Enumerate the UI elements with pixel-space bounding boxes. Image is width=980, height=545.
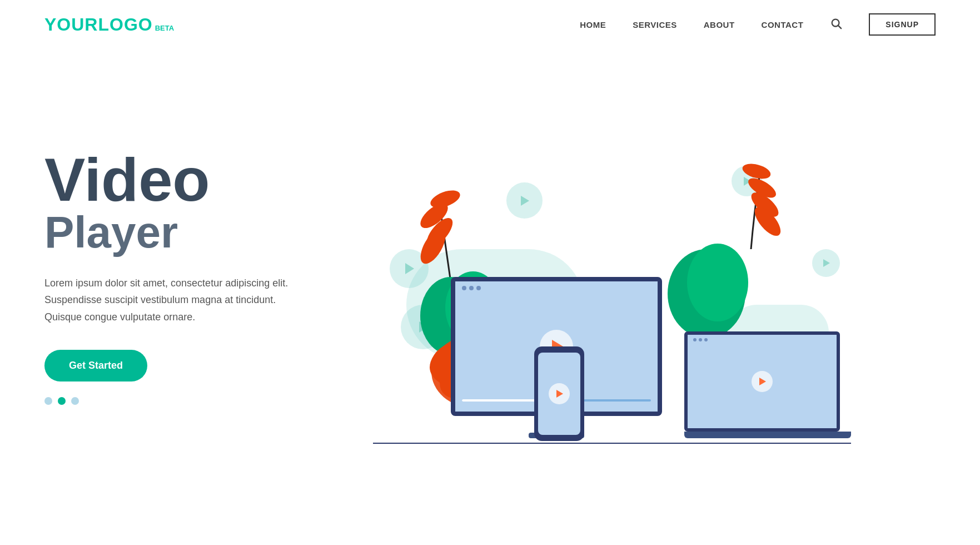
leaf-green-right xyxy=(662,232,751,344)
phone-play-triangle xyxy=(556,390,563,398)
play-bubble-5 xyxy=(812,249,840,277)
nav-home[interactable]: HOME xyxy=(580,20,606,29)
hero-title-video: Video xyxy=(44,149,288,210)
hero-desc-line1: Lorem ipsum dolor sit amet, consectetur … xyxy=(44,278,288,289)
laptop-play-triangle xyxy=(759,378,766,385)
hero-description: Lorem ipsum dolor sit amet, consectetur … xyxy=(44,275,288,326)
monitor-dots xyxy=(462,286,481,290)
laptop-base xyxy=(684,432,851,438)
nav-contact[interactable]: CONTACT xyxy=(762,20,804,29)
search-icon[interactable] xyxy=(830,17,842,32)
hero-illustration xyxy=(288,82,936,472)
dot-3[interactable] xyxy=(71,397,79,405)
nav-about[interactable]: ABOUT xyxy=(704,20,735,29)
ground-line xyxy=(373,443,851,444)
logo: YOURLOGO BETA xyxy=(44,14,174,35)
monitor-dot-2 xyxy=(469,286,474,290)
laptop-screen xyxy=(684,331,840,432)
play-bubble-3 xyxy=(506,182,543,219)
dot-1[interactable] xyxy=(44,397,52,405)
logo-text: YOURLOGO xyxy=(44,14,153,35)
phone xyxy=(534,346,584,441)
carousel-dots xyxy=(44,397,288,405)
laptop-dot-1 xyxy=(693,338,697,341)
header: YOURLOGO BETA HOME SERVICES ABOUT CONTAC… xyxy=(0,0,980,49)
hero-desc-line3: Quisque congue vulputate ornare. xyxy=(44,311,195,323)
monitor-dot-1 xyxy=(462,286,466,290)
hero-desc-line2: Suspendisse suscipit vestibulum magna at… xyxy=(44,294,276,305)
laptop-dots xyxy=(693,338,708,341)
phone-play-button[interactable] xyxy=(549,383,570,404)
hero-title-player: Player xyxy=(44,210,288,255)
hero-section: Video Player Lorem ipsum dolor sit amet,… xyxy=(0,49,980,516)
signup-button[interactable]: SIGNUP xyxy=(869,13,936,36)
nav-services[interactable]: SERVICES xyxy=(633,20,677,29)
hero-content: Video Player Lorem ipsum dolor sit amet,… xyxy=(44,149,288,405)
monitor-dot-3 xyxy=(476,286,481,290)
dot-2[interactable] xyxy=(58,397,66,405)
navigation: HOME SERVICES ABOUT CONTACT SIGNUP xyxy=(580,13,936,36)
laptop-play-button[interactable] xyxy=(752,371,773,392)
laptop xyxy=(684,331,851,438)
svg-line-1 xyxy=(838,26,841,28)
get-started-button[interactable]: Get Started xyxy=(44,350,147,382)
laptop-dot-3 xyxy=(704,338,708,341)
logo-beta: BETA xyxy=(155,24,174,32)
svg-point-14 xyxy=(687,244,748,321)
illustration-container xyxy=(362,93,862,472)
svg-point-7 xyxy=(740,161,772,182)
phone-body xyxy=(534,346,584,441)
laptop-dot-2 xyxy=(699,338,702,341)
phone-screen xyxy=(538,353,580,435)
